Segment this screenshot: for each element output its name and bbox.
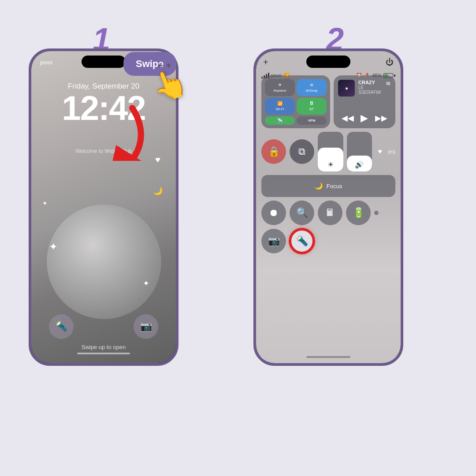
airplay-icon[interactable]: ≋ bbox=[386, 80, 391, 87]
music-artist: LE SSERAFIM bbox=[358, 85, 382, 95]
extra-dot bbox=[374, 211, 379, 215]
record-btn[interactable]: ⏺ bbox=[261, 201, 286, 225]
home-indicator-1 bbox=[77, 353, 130, 354]
camera-icon-lock[interactable]: 📷 bbox=[134, 314, 158, 339]
phone-2: + ⏻ povo 📶 ⏰ 📍 bbox=[253, 48, 403, 366]
cc-plus-icon[interactable]: + bbox=[263, 57, 268, 67]
red-arrow bbox=[106, 104, 159, 163]
prev-btn[interactable]: ◀◀ bbox=[342, 113, 354, 123]
dynamic-island-2 bbox=[306, 56, 350, 68]
radio-icon: ((•)) bbox=[388, 149, 395, 154]
airdrop-icon: ≋ bbox=[310, 82, 313, 87]
focus-btn[interactable]: 🌙 Focus bbox=[261, 175, 395, 197]
cellular-btn[interactable]: 📡 bbox=[265, 116, 295, 125]
volume-icon: 🔊 bbox=[355, 160, 364, 169]
swipe-to-open-label: Swipe up to open bbox=[82, 344, 126, 350]
wifi-btn[interactable]: 📶 Wi-Fi bbox=[265, 98, 295, 115]
orientation-icon: 🔒 bbox=[268, 146, 280, 157]
bluetooth-btn[interactable]: B BT bbox=[297, 98, 327, 115]
star-3: ✦ bbox=[42, 200, 48, 207]
network-block: ✈ Airplane ≋ AirDrop 📶 Wi-Fi bbox=[261, 75, 330, 128]
favorite-icon: ♥ bbox=[378, 148, 382, 156]
brightness-icon: ☀ bbox=[327, 160, 334, 169]
flashlight-icon-cc: 🔦 bbox=[296, 235, 308, 247]
home-indicator-2 bbox=[306, 356, 350, 358]
wifi-icon: 📶 bbox=[277, 101, 283, 106]
focus-label: Focus bbox=[327, 183, 342, 190]
planet-decoration bbox=[47, 205, 161, 319]
play-btn[interactable]: ▶ bbox=[361, 112, 368, 124]
airplane-btn[interactable]: ✈ Airplane bbox=[265, 79, 295, 96]
battery-icon-cc: 🔋 bbox=[353, 207, 364, 219]
focus-moon-icon: 🌙 bbox=[315, 182, 323, 190]
record-icon: ⏺ bbox=[269, 207, 279, 219]
dynamic-island-1 bbox=[82, 56, 126, 68]
music-title: CRAZY bbox=[358, 80, 382, 85]
camera-btn[interactable]: 📷 bbox=[261, 229, 286, 253]
flashlight-icon-lock[interactable]: 🔦 bbox=[49, 314, 74, 339]
magnify-btn[interactable]: 🔍 bbox=[290, 201, 314, 225]
vpn-icon: VPN bbox=[308, 119, 315, 123]
carrier-label-1: povo bbox=[40, 59, 52, 66]
volume-slider[interactable]: 🔊 bbox=[347, 132, 372, 171]
camera-icon-cc: 📷 bbox=[268, 235, 280, 247]
calculator-icon: 🖩 bbox=[325, 207, 335, 219]
vpn-btn[interactable]: VPN bbox=[297, 116, 327, 125]
cellular-icon: 📡 bbox=[277, 118, 283, 123]
music-art: ★ bbox=[338, 80, 355, 97]
bluetooth-icon: B bbox=[310, 101, 313, 106]
airdrop-btn[interactable]: ≋ AirDrop bbox=[297, 79, 327, 96]
star-2: ✦ bbox=[143, 279, 149, 288]
brightness-slider[interactable]: ☀ bbox=[318, 132, 343, 171]
airplane-icon: ✈ bbox=[278, 82, 282, 87]
battery-btn[interactable]: 🔋 bbox=[346, 201, 371, 225]
music-block: ★ CRAZY LE SSERAFIM ≋ ◀◀ ▶ ▶▶ bbox=[334, 75, 395, 128]
magnify-icon: 🔍 bbox=[296, 207, 308, 219]
orientation-lock-btn[interactable]: 🔒 bbox=[261, 139, 286, 164]
cc-power-icon[interactable]: ⏻ bbox=[386, 58, 394, 67]
screen-mirror-btn[interactable]: ⧉ bbox=[290, 139, 314, 164]
screen-mirror-icon: ⧉ bbox=[298, 146, 305, 157]
next-btn[interactable]: ▶▶ bbox=[375, 113, 387, 123]
calculator-btn[interactable]: 🖩 bbox=[318, 201, 342, 225]
star-1: ✦ bbox=[49, 241, 58, 253]
flashlight-btn-highlighted[interactable]: 🔦 bbox=[290, 229, 314, 253]
moon-icon: 🌙 bbox=[153, 186, 163, 196]
